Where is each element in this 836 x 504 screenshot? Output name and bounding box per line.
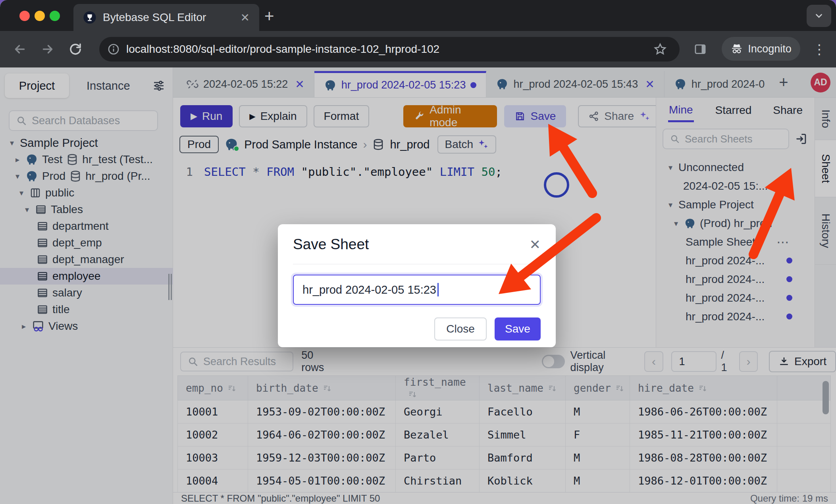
site-info-icon[interactable]: [107, 43, 120, 56]
modal-divider: [293, 264, 541, 264]
reload-icon[interactable]: [67, 40, 84, 58]
zoom-window-button[interactable]: [50, 11, 60, 21]
forward-icon[interactable]: [39, 40, 56, 58]
incognito-badge: Incognito: [722, 37, 800, 61]
close-window-button[interactable]: [19, 11, 30, 21]
back-icon[interactable]: [11, 40, 29, 58]
browser-menu-icon[interactable]: ⋮: [811, 40, 828, 58]
browser-tab[interactable]: Bytebase SQL Editor ✕: [73, 4, 259, 31]
modal-close-button[interactable]: Close: [434, 317, 487, 340]
bookmark-star-icon[interactable]: [651, 40, 669, 58]
browser-navbar: localhost:8080/sql-editor/prod-sample-in…: [0, 31, 836, 67]
address-bar[interactable]: localhost:8080/sql-editor/prod-sample-in…: [99, 37, 680, 62]
browser-tab-title: Bytebase SQL Editor: [103, 11, 234, 24]
text-caret: [437, 283, 439, 296]
minimize-window-button[interactable]: [35, 11, 45, 21]
sheet-name-input[interactable]: hr_prod 2024-02-05 15:23: [293, 275, 541, 305]
window-titlebar: Bytebase SQL Editor ✕ +: [0, 0, 836, 31]
save-sheet-modal: Save Sheet ✕ hr_prod 2024-02-05 15:23 Cl…: [278, 224, 556, 347]
tab-search-button[interactable]: [807, 5, 831, 27]
bytebase-favicon: [83, 11, 96, 24]
url-text[interactable]: localhost:8080/sql-editor/prod-sample-in…: [126, 43, 674, 56]
side-panel-icon[interactable]: [692, 40, 709, 58]
close-tab-icon[interactable]: ✕: [241, 11, 250, 24]
modal-close-icon[interactable]: ✕: [530, 238, 541, 251]
incognito-label: Incognito: [748, 43, 792, 55]
modal-save-button[interactable]: Save: [495, 317, 541, 340]
browser-window: Bytebase SQL Editor ✕ + localhost:8080/s…: [0, 0, 836, 504]
incognito-icon: [730, 42, 743, 55]
screenshot-root: Bytebase SQL Editor ✕ + localhost:8080/s…: [0, 0, 836, 504]
modal-title: Save Sheet: [293, 236, 369, 253]
new-tab-button[interactable]: +: [264, 8, 274, 25]
